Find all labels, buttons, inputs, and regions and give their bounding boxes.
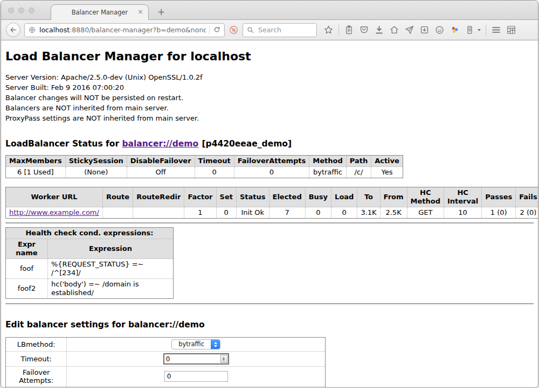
smiley-icon[interactable] [434,25,445,35]
health-check-table: Health check cond. expressions: Expr nam… [5,227,174,299]
table-row: 6 [1 Used] (None) Off 0 0 bytraffic /c/ … [6,167,403,178]
col-method: Method [309,156,346,167]
balancer-demo-link[interactable]: balancer://demo [122,139,198,149]
cell-expression: %{REQUEST_STATUS} =~ /^[234]/ [48,259,174,279]
table-header-row: Expr name Expression [6,239,174,259]
col-route: Route [102,187,133,207]
cell-load: 0 [331,207,357,219]
tab-balancer-manager[interactable]: Balancer Manager × [51,4,149,20]
urlbar-divider [209,25,210,34]
cell-elected: 7 [269,207,305,219]
cell-to: 3.1K [357,207,380,219]
reload-icon[interactable] [213,26,221,34]
col-stickysession: StickySession [65,156,127,167]
col-maxmembers: MaxMembers [6,156,66,167]
table-row: http://www.example.com/ 1 0 Init Ok 7 0 … [6,207,538,219]
send-icon[interactable] [404,25,414,35]
disable-failover-label: Disable Failover: [6,387,67,388]
worker-status-table: Worker URL Route RouteRedir Factor Set S… [5,187,538,219]
cell-maxmembers: 6 [1 Used] [6,167,66,178]
url-path: :8880/balancer-manager?b=demo&nonce=decc… [70,26,206,34]
cell-passes: 1 (0) [482,207,516,219]
back-button[interactable] [6,23,20,37]
edit-balancer-form: LBmethod: bytraffic Timeout: [5,337,326,387]
status-heading-suffix: [p4420eeae_demo] [202,139,292,149]
menu-icon[interactable] [491,25,501,35]
color-dots-icon[interactable] [450,25,460,35]
pages-icon[interactable] [506,25,516,35]
worker-url-link[interactable]: http://www.example.com/ [9,208,99,216]
timeout-label: Timeout: [6,352,67,367]
col-load: Load [331,187,357,207]
star-icon[interactable] [323,25,334,35]
cell-worker-url: http://www.example.com/ [6,207,103,219]
col-active: Active [371,156,403,167]
search-bar[interactable] [243,23,317,37]
cell-timeout: 0 [195,167,234,178]
cell-expr-name: foof2 [6,279,48,299]
server-info: Server Version: Apache/2.5.0-dev (Unix) … [5,72,534,123]
toolbar-divider [486,25,486,36]
col-elected: Elected [269,187,305,207]
cell-routeredir [133,207,184,219]
health-table-title: Health check cond. expressions: [6,228,174,239]
col-expression: Expression [48,239,174,259]
col-path: Path [346,156,371,167]
section-divider [5,222,534,223]
window-controls [8,8,34,13]
home-icon[interactable] [389,25,399,35]
lbmethod-select[interactable]: bytraffic [171,339,220,349]
table-header-row: MaxMembers StickySession DisableFailover… [6,156,403,167]
minimize-window-button[interactable] [18,8,24,13]
cell-route [102,207,133,219]
cell-set: 0 [216,207,236,219]
table-title-row: Health check cond. expressions: [6,228,174,239]
col-hc-method: HC Method [407,187,444,207]
page-title: Load Balancer Manager for localhost [5,50,534,63]
search-input[interactable] [257,25,311,34]
col-fails: Fails [516,187,538,207]
col-worker-url: Worker URL [6,187,103,207]
cell-failoverattempts: 0 [234,167,309,178]
cell-hc-method: GET [407,207,444,219]
info-line: Balancers are NOT inherited from main se… [5,103,534,113]
back-icon [9,26,17,34]
balancer-settings-table: MaxMembers StickySession DisableFailover… [5,155,403,178]
url-bar[interactable]: localhost:8880/balancer-manager?b=demo&n… [24,23,225,37]
status-heading: LoadBalancer Status for balancer://demo … [5,139,534,149]
col-hc-interval: HC Interval [444,187,481,207]
browser-window: Balancer Manager × + localhost:8880/bala… [1,0,538,388]
new-tab-button[interactable]: + [157,7,165,17]
zoom-window-button[interactable] [29,8,34,13]
clipboard-icon[interactable] [344,25,354,35]
titlebar: Balancer Manager × + [1,1,538,20]
failover-attempts-input[interactable] [164,371,228,382]
col-disablefailover: DisableFailover [127,156,195,167]
number-stepper-icon[interactable] [220,355,227,363]
edit-heading: Edit balancer settings for balancer://de… [5,320,534,330]
toolbar-divider [338,25,339,36]
col-to: To [357,187,380,207]
globe-icon [28,26,36,34]
cell-hc-interval: 10 [444,207,481,219]
close-window-button[interactable] [8,8,14,13]
cell-stickysession: (None) [65,167,127,178]
tab-title: Balancer Manager [72,9,128,16]
pocket-icon[interactable] [359,25,369,35]
timeout-input[interactable] [164,355,220,363]
cell-status: Init Ok [236,207,269,219]
col-status: Status [236,187,269,207]
block-content-icon[interactable] [229,25,239,35]
battery-dropdown-caret-icon[interactable] [478,29,481,31]
navigation-toolbar: localhost:8880/balancer-manager?b=demo&n… [1,20,538,40]
tab-close-icon[interactable]: × [137,8,143,16]
url-host: localhost [39,26,70,34]
col-busy: Busy [305,187,331,207]
download-icon[interactable] [374,25,384,35]
form-row-disable-failover: Disable Failover: On Off [6,387,326,388]
battery-icon[interactable] [465,25,475,35]
device-download-icon[interactable] [419,25,430,35]
cell-expression: hc('body') =~ /domain is established/ [48,279,174,299]
form-row-lbmethod: LBmethod: bytraffic [6,338,326,352]
col-passes: Passes [482,187,516,207]
